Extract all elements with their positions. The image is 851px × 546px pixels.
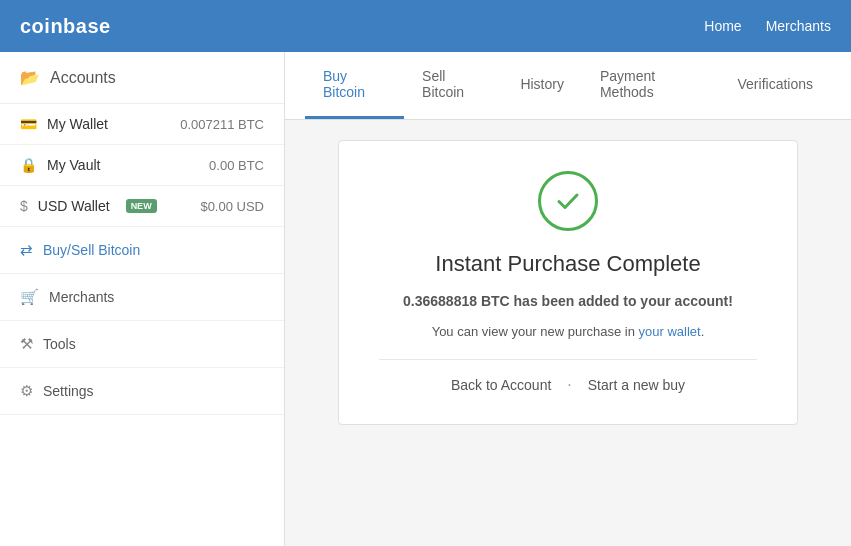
tabs: Buy Bitcoin Sell Bitcoin History Payment… [285, 52, 851, 120]
settings-label: Settings [43, 383, 94, 399]
tab-buy-bitcoin[interactable]: Buy Bitcoin [305, 52, 404, 119]
tab-verifications[interactable]: Verifications [720, 60, 831, 111]
start-new-buy-button[interactable]: Start a new buy [588, 377, 685, 393]
layout: 📂 Accounts 💳 My Wallet 0.007211 BTC 🔒 My… [0, 52, 851, 546]
sidebar-item-usd-wallet[interactable]: $ USD Wallet NEW $0.00 USD [0, 186, 284, 227]
exchange-icon: ⇄ [20, 241, 33, 259]
purchase-actions: Back to Account · Start a new buy [379, 376, 757, 394]
usd-wallet-balance: $0.00 USD [200, 199, 264, 214]
main-content: Buy Bitcoin Sell Bitcoin History Payment… [285, 52, 851, 546]
wallet-link[interactable]: your wallet [639, 324, 701, 339]
cart-icon: 🛒 [20, 288, 39, 306]
header: coinbase Home Merchants [0, 0, 851, 52]
my-vault-name: My Vault [47, 157, 100, 173]
my-wallet-balance: 0.007211 BTC [180, 117, 264, 132]
nav-home[interactable]: Home [704, 18, 741, 34]
success-icon [538, 171, 598, 231]
my-wallet-name: My Wallet [47, 116, 108, 132]
nav-merchants[interactable]: Merchants [766, 18, 831, 34]
sidebar-item-settings[interactable]: ⚙ Settings [0, 368, 284, 415]
vault-icon: 🔒 [20, 157, 37, 173]
purchase-title: Instant Purchase Complete [379, 251, 757, 277]
purchase-description: 0.36688818 BTC has been added to your ac… [379, 291, 757, 312]
sidebar-item-merchants[interactable]: 🛒 Merchants [0, 274, 284, 321]
accounts-icon: 📂 [20, 68, 40, 87]
sidebar-item-my-vault[interactable]: 🔒 My Vault 0.00 BTC [0, 145, 284, 186]
accounts-label: Accounts [50, 69, 116, 87]
card-divider [379, 359, 757, 360]
purchase-wallet-line: You can view your new purchase in your w… [379, 324, 757, 339]
merchants-label: Merchants [49, 289, 114, 305]
wallet-link-suffix: . [701, 324, 705, 339]
purchase-amount: 0.36688818 BTC has been added to your ac… [403, 293, 733, 309]
gear-icon: ⚙ [20, 382, 33, 400]
sidebar: 📂 Accounts 💳 My Wallet 0.007211 BTC 🔒 My… [0, 52, 285, 546]
buy-sell-label: Buy/Sell Bitcoin [43, 242, 140, 258]
purchase-complete-card: Instant Purchase Complete 0.36688818 BTC… [338, 140, 798, 425]
tab-payment-methods[interactable]: Payment Methods [582, 52, 720, 119]
wallet-link-prefix: You can view your new purchase in [432, 324, 639, 339]
new-badge: NEW [126, 199, 157, 213]
action-separator: · [567, 376, 571, 394]
tab-sell-bitcoin[interactable]: Sell Bitcoin [404, 52, 502, 119]
wallet-icon: 💳 [20, 116, 37, 132]
tab-history[interactable]: History [502, 60, 582, 111]
sidebar-item-tools[interactable]: ⚒ Tools [0, 321, 284, 368]
tools-icon: ⚒ [20, 335, 33, 353]
sidebar-item-my-wallet[interactable]: 💳 My Wallet 0.007211 BTC [0, 104, 284, 145]
logo: coinbase [20, 15, 111, 38]
tools-label: Tools [43, 336, 76, 352]
header-nav: Home Merchants [704, 18, 831, 34]
dollar-icon: $ [20, 198, 28, 214]
my-vault-balance: 0.00 BTC [209, 158, 264, 173]
usd-wallet-name: USD Wallet [38, 198, 110, 214]
sidebar-item-buy-sell[interactable]: ⇄ Buy/Sell Bitcoin [0, 227, 284, 274]
content-area: Instant Purchase Complete 0.36688818 BTC… [285, 120, 851, 546]
accounts-header: 📂 Accounts [0, 52, 284, 104]
back-to-account-button[interactable]: Back to Account [451, 377, 551, 393]
